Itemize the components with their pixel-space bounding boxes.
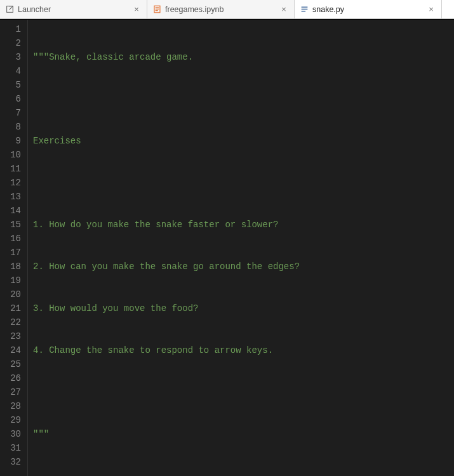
line-number: 32	[0, 455, 21, 469]
code-line: 3. How would you move the food?	[33, 301, 321, 315]
line-number: 18	[0, 260, 21, 274]
line-number: 5	[0, 78, 21, 92]
line-number: 19	[0, 274, 21, 288]
svg-rect-6	[301, 9, 307, 10]
line-number: 22	[0, 315, 21, 329]
code-line: 1. How do you make the snake faster or s…	[33, 218, 321, 232]
line-number: 20	[0, 288, 21, 301]
line-number: 23	[0, 329, 21, 343]
code-line: Exercises	[33, 134, 321, 148]
python-file-icon	[300, 5, 309, 14]
tab-label: snake.py	[312, 5, 422, 14]
line-number: 28	[0, 399, 21, 413]
line-number-gutter: 1 2 3 4 5 6 7 8 9 10 11 12 13 14 15 16 1…	[0, 20, 28, 476]
line-number: 16	[0, 232, 21, 246]
launcher-icon	[5, 5, 14, 14]
line-number: 25	[0, 357, 21, 371]
code-line	[33, 92, 321, 106]
line-number: 29	[0, 413, 21, 427]
svg-rect-7	[301, 11, 305, 12]
tab-bar: Launcher × freegames.ipynb × snake.py ×	[0, 0, 454, 19]
tab-freegames-notebook[interactable]: freegames.ipynb ×	[147, 0, 295, 18]
close-icon[interactable]: ×	[426, 4, 436, 15]
tab-label: freegames.ipynb	[165, 5, 275, 14]
code-line	[33, 469, 321, 476]
svg-rect-3	[155, 9, 159, 10]
line-number: 31	[0, 441, 21, 455]
line-number: 26	[0, 371, 21, 385]
line-number: 4	[0, 64, 21, 78]
close-icon[interactable]: ×	[279, 4, 289, 15]
line-number: 17	[0, 246, 21, 260]
line-number: 21	[0, 301, 21, 315]
line-number: 30	[0, 427, 21, 441]
line-number: 6	[0, 92, 21, 106]
line-number: 15	[0, 218, 21, 232]
code-line	[33, 176, 321, 190]
code-line: """Snake, classic arcade game.	[33, 50, 321, 64]
line-number: 3	[0, 50, 21, 64]
line-number: 8	[0, 120, 21, 134]
line-number: 13	[0, 190, 21, 204]
line-number: 1	[0, 22, 21, 36]
svg-rect-4	[155, 10, 157, 11]
line-number: 11	[0, 162, 21, 176]
tab-label: Launcher	[18, 5, 128, 14]
tab-snake-py[interactable]: snake.py ×	[295, 0, 442, 18]
notebook-icon	[152, 5, 161, 14]
line-number: 9	[0, 134, 21, 148]
line-number: 2	[0, 36, 21, 50]
code-line: 2. How can you make the snake go around …	[33, 260, 321, 274]
line-number: 7	[0, 106, 21, 120]
code-line	[33, 385, 321, 399]
close-icon[interactable]: ×	[131, 4, 142, 15]
tab-launcher[interactable]: Launcher ×	[0, 0, 147, 18]
line-number: 27	[0, 385, 21, 399]
code-area[interactable]: """Snake, classic arcade game. Exercises…	[28, 20, 321, 476]
line-number: 10	[0, 148, 21, 162]
code-line: """	[33, 427, 321, 441]
code-editor[interactable]: 1 2 3 4 5 6 7 8 9 10 11 12 13 14 15 16 1…	[0, 19, 454, 476]
line-number: 24	[0, 343, 21, 357]
line-number: 14	[0, 204, 21, 218]
code-line: 4. Change the snake to respond to arrow …	[33, 343, 321, 357]
svg-rect-5	[301, 6, 307, 8]
svg-rect-2	[155, 7, 159, 8]
line-number: 12	[0, 176, 21, 190]
